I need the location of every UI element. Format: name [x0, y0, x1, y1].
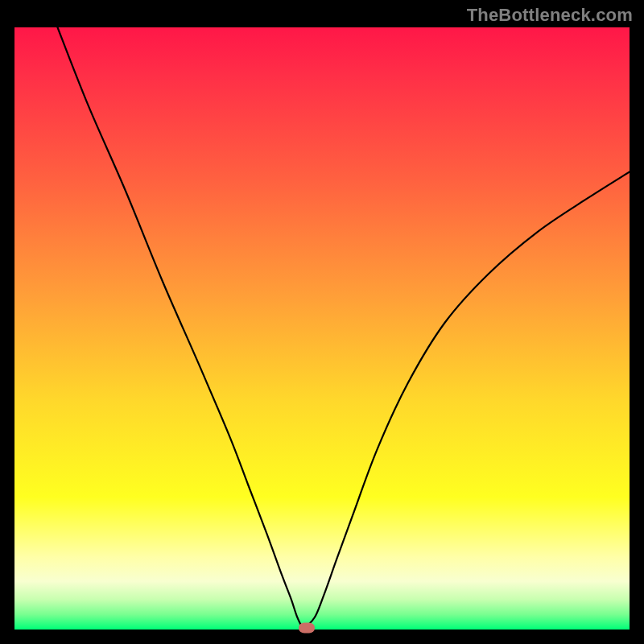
chart-frame: TheBottleneck.com: [0, 0, 644, 644]
curve-path: [58, 27, 630, 626]
bottleneck-curve: [14, 27, 630, 630]
plot-area: [14, 27, 630, 630]
optimum-marker: [299, 622, 315, 633]
watermark-text: TheBottleneck.com: [467, 5, 633, 26]
